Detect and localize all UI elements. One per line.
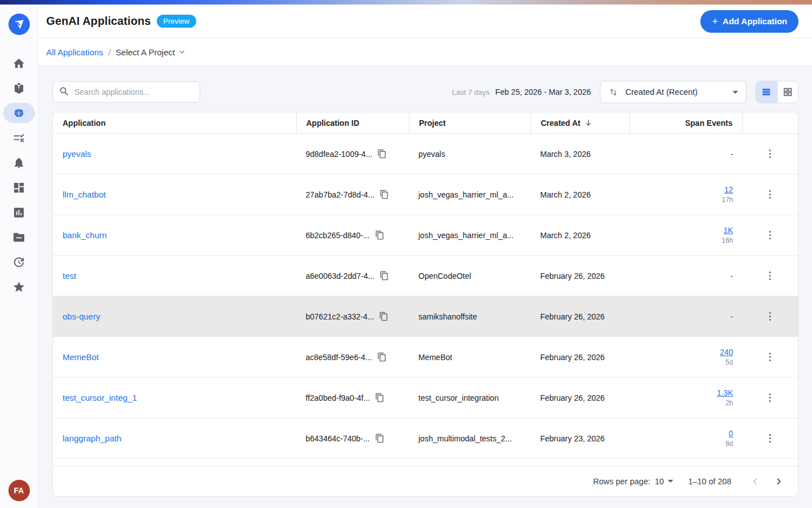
- column-header-created-at[interactable]: Created At: [531, 112, 629, 133]
- span-events-age: 5d: [639, 358, 733, 366]
- page-header: GenAI Applications Preview + Add Applica…: [38, 5, 812, 38]
- sort-dropdown[interactable]: Created At (Recent): [600, 81, 747, 103]
- date-range-picker[interactable]: Last 7 days Feb 25, 2026 - Mar 3, 2026: [452, 87, 591, 97]
- span-events-value[interactable]: 12: [639, 185, 733, 194]
- search-box: [52, 81, 200, 103]
- add-application-button[interactable]: + Add Application: [700, 10, 798, 33]
- sort-descending-icon: [584, 119, 593, 127]
- row-actions-cell: [742, 268, 798, 284]
- application-name-cell: obs-query: [53, 312, 296, 321]
- copy-icon[interactable]: [377, 352, 387, 362]
- span-events-cell: -: [629, 150, 742, 159]
- sidebar-item-dashboards[interactable]: [3, 177, 35, 198]
- date-range-label: Last 7 days: [452, 88, 490, 97]
- table-header: Application Application ID Project Creat…: [53, 112, 798, 134]
- sidebar-item-alerts[interactable]: [3, 152, 35, 173]
- application-name-link[interactable]: test_cursor_integ_1: [63, 393, 137, 402]
- created-at-cell: February 26, 2026: [531, 312, 629, 321]
- span-events-age: 16h: [639, 237, 733, 244]
- chevron-down-icon: [178, 48, 186, 56]
- application-id-cell: a6e0063d-2dd7-4...: [296, 271, 409, 281]
- plus-icon: +: [712, 16, 718, 27]
- copy-icon[interactable]: [377, 149, 387, 159]
- span-events-value[interactable]: 1.3K: [639, 388, 733, 397]
- row-menu-button[interactable]: [766, 227, 775, 243]
- row-menu-button[interactable]: [766, 146, 775, 162]
- next-page-button[interactable]: [770, 472, 788, 491]
- row-menu-button[interactable]: [766, 187, 775, 203]
- project-cell: josh_multimodal_tests_2...: [409, 434, 531, 443]
- span-events-value[interactable]: 1K: [639, 226, 733, 235]
- fiddler-logo-icon[interactable]: [8, 14, 30, 35]
- application-name-cell: test: [53, 271, 296, 281]
- row-menu-button[interactable]: [766, 309, 775, 325]
- span-events-value: -: [639, 271, 733, 281]
- sidebar-item-genai-applications[interactable]: [3, 103, 35, 123]
- application-name-link[interactable]: test: [63, 271, 76, 281]
- row-menu-button[interactable]: [766, 431, 775, 446]
- sidebar-item-analytics[interactable]: [3, 202, 35, 222]
- row-menu-button[interactable]: [766, 268, 775, 284]
- application-id-value: b07621c2-a332-4...: [306, 312, 374, 321]
- span-events-value[interactable]: 0: [639, 429, 733, 438]
- sidebar-item-favorites[interactable]: [3, 277, 35, 297]
- grid-view-button[interactable]: [777, 81, 798, 103]
- sidebar-item-home[interactable]: [3, 53, 35, 73]
- grid-view-icon: [782, 86, 793, 98]
- row-actions-cell: [742, 431, 798, 446]
- copy-icon[interactable]: [379, 190, 389, 199]
- pagination-range: 1–10 of 208: [688, 477, 731, 486]
- span-events-cell: 0 8d: [629, 429, 742, 448]
- sidebar-item-models[interactable]: [3, 78, 35, 98]
- sidebar-item-history[interactable]: [3, 252, 35, 272]
- span-events-cell: 12 17h: [629, 185, 742, 204]
- table-row: langgraph_path b643464c-740b-... josh_mu…: [53, 418, 798, 459]
- application-name-cell: bank_churn: [53, 230, 296, 240]
- application-id-value: 9d8dfea2-1009-4...: [306, 150, 372, 159]
- list-view-button[interactable]: [756, 81, 777, 103]
- sidebar-nav: [3, 53, 35, 301]
- span-events-cell: 240 5d: [629, 348, 742, 366]
- avatar[interactable]: FA: [8, 480, 30, 501]
- application-name-link[interactable]: obs-query: [63, 312, 100, 321]
- sidebar-item-evaluations[interactable]: [3, 128, 35, 148]
- application-name-cell: test_cursor_integ_1: [53, 393, 296, 402]
- row-menu-button[interactable]: [766, 349, 775, 365]
- copy-icon[interactable]: [375, 230, 385, 240]
- application-id-value: 27ab7ba2-7d8d-4...: [306, 190, 374, 199]
- copy-icon[interactable]: [375, 393, 385, 402]
- application-id-cell: b07621c2-a332-4...: [296, 312, 409, 321]
- column-header-application-id: Application ID: [296, 112, 409, 133]
- cube-icon: [12, 82, 25, 95]
- span-events-cell: 1K 16h: [629, 226, 742, 244]
- application-name-link[interactable]: llm_chatbot: [63, 190, 106, 199]
- table-row: bank_churn 6b2cb265-d840-... josh_vegas_…: [53, 215, 798, 256]
- project-selector[interactable]: Select A Project: [116, 47, 186, 57]
- application-id-cell: b643464c-740b-...: [296, 433, 409, 443]
- row-actions-cell: [742, 146, 798, 162]
- copy-icon[interactable]: [375, 433, 385, 443]
- table-row: test a6e0063d-2dd7-4... OpenCodeOtel Feb…: [53, 256, 798, 296]
- copy-icon[interactable]: [379, 312, 389, 321]
- created-at-cell: February 23, 2026: [531, 434, 629, 443]
- row-menu-button[interactable]: [766, 390, 775, 406]
- application-name-link[interactable]: bank_churn: [63, 230, 107, 240]
- search-input[interactable]: [52, 81, 200, 103]
- sidebar-item-projects[interactable]: [3, 227, 35, 247]
- view-toggle: [756, 81, 798, 103]
- application-name-link[interactable]: langgraph_path: [63, 433, 121, 443]
- previous-page-button[interactable]: [746, 472, 764, 491]
- application-id-cell: 9d8dfea2-1009-4...: [296, 149, 409, 159]
- application-id-cell: ff2a0bed-f9a0-4f...: [296, 393, 409, 402]
- application-name-link[interactable]: pyevals: [63, 149, 91, 159]
- span-events-value[interactable]: 240: [639, 348, 733, 357]
- copy-icon[interactable]: [379, 271, 389, 281]
- page-title: GenAI Applications: [46, 15, 151, 28]
- column-header-span-events: Span Events: [629, 112, 742, 133]
- span-events-value: -: [639, 312, 733, 321]
- application-name-link[interactable]: MemeBot: [63, 352, 99, 362]
- breadcrumb-all-applications-link[interactable]: All Applications: [46, 47, 103, 57]
- chevron-left-icon: [750, 476, 760, 487]
- rows-per-page-select[interactable]: 10: [655, 477, 673, 486]
- checklist-icon: [12, 132, 25, 144]
